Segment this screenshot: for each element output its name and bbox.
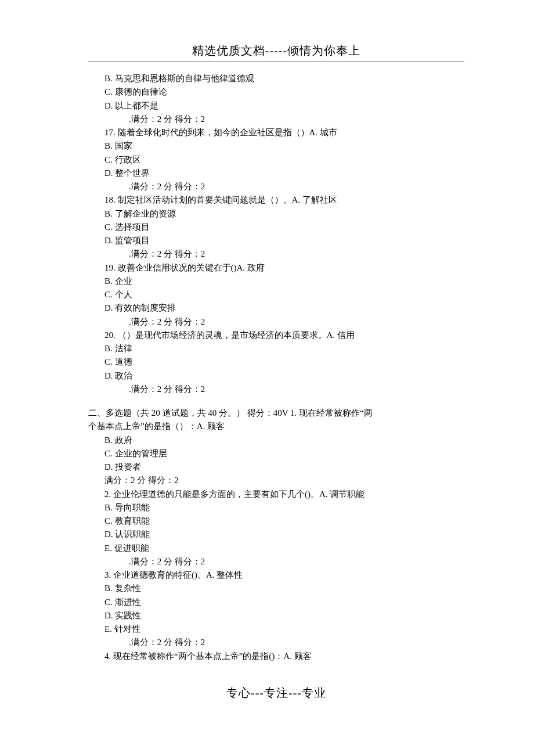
- option-d: D. 整个世界: [88, 167, 464, 180]
- multi-question-3: 3. 企业道德教育的特征()。A. 整体性: [88, 568, 464, 582]
- section-2-line1: 二、多选题（共 20 道试题，共 40 分。） 得分：40V 1. 现在经常被称…: [88, 408, 373, 417]
- score-line: .满分：2 分 得分：2: [88, 315, 464, 329]
- option-c: C. 康德的自律论: [88, 85, 464, 99]
- option-c: C. 个人: [88, 288, 464, 301]
- document-page: 精选优质文档-----倾情为你奉上 B. 马克思和恩格斯的自律与他律道德观 C.…: [0, 0, 534, 737]
- score-line: .满分：2 分 得分：2: [88, 636, 464, 649]
- score-line: .满分：2 分 得分：2: [88, 180, 464, 193]
- option-b: B. 导向职能: [88, 501, 464, 514]
- option-b: B. 法律: [88, 342, 464, 355]
- question-17: 17. 随着全球化时代的到来，如今的企业社区是指（）A. 城市: [88, 126, 464, 139]
- option-d: D. 政治: [88, 369, 464, 383]
- option-b: B. 了解企业的资源: [88, 207, 464, 221]
- page-footer: 专心---专注---专业: [88, 684, 464, 702]
- score-line: .满分：2 分 得分：2: [88, 113, 464, 126]
- option-c: C. 行政区: [88, 153, 464, 167]
- option-b: B. 企业: [88, 275, 464, 288]
- page-header: 精选优质文档-----倾情为你奉上: [88, 42, 464, 60]
- header-divider: [88, 61, 464, 62]
- score-line: .满分：2 分 得分：2: [88, 555, 464, 568]
- multi-question-2: 2. 企业伦理道德的只能是多方面的，主要有如下几个()。A. 调节职能: [88, 488, 464, 501]
- option-c: C. 道德: [88, 355, 464, 369]
- multi-question-4: 4. 现在经常被称作“两个基本点上帝”的是指()：A. 顾客: [88, 650, 464, 663]
- option-c: C. 企业的管理层: [88, 447, 464, 460]
- option-d: D. 有效的制度安排: [88, 301, 464, 315]
- option-b: B. 马克思和恩格斯的自律与他律道德观: [88, 72, 464, 85]
- option-e: E. 促进职能: [88, 542, 464, 555]
- option-b: B. 复杂性: [88, 582, 464, 595]
- document-body: B. 马克思和恩格斯的自律与他律道德观 C. 康德的自律论 D. 以上都不是 .…: [88, 72, 464, 663]
- option-d: D. 投资者: [88, 460, 464, 474]
- option-c: C. 渐进性: [88, 596, 464, 609]
- option-b: B. 政府: [88, 434, 464, 447]
- option-d: D. 实践性: [88, 609, 464, 622]
- question-18: 18. 制定社区活动计划的首要关键问题就是（）。A. 了解社区: [88, 193, 464, 207]
- section-2-line2: 个基本点上帝”的是指（）：A. 顾客: [88, 420, 464, 433]
- question-20: 20. （）是现代市场经济的灵魂，是市场经济的本质要求。A. 信用: [88, 329, 464, 342]
- score-line: 满分：2 分 得分：2: [88, 474, 464, 487]
- score-line: .满分：2 分 得分：2: [88, 383, 464, 396]
- option-d: D. 以上都不是: [88, 99, 464, 113]
- question-19: 19. 改善企业信用状况的关键在于()A. 政府: [88, 261, 464, 275]
- option-d: D. 认识职能: [88, 528, 464, 541]
- option-e: E. 针对性: [88, 622, 464, 636]
- score-line: .满分：2 分 得分：2: [88, 247, 464, 261]
- option-c: C. 选择项目: [88, 221, 464, 234]
- option-c: C. 教育职能: [88, 514, 464, 528]
- option-d: D. 监管项目: [88, 234, 464, 247]
- section-2-heading: 二、多选题（共 20 道试题，共 40 分。） 得分：40V 1. 现在经常被称…: [88, 406, 464, 420]
- option-b: B. 国家: [88, 139, 464, 153]
